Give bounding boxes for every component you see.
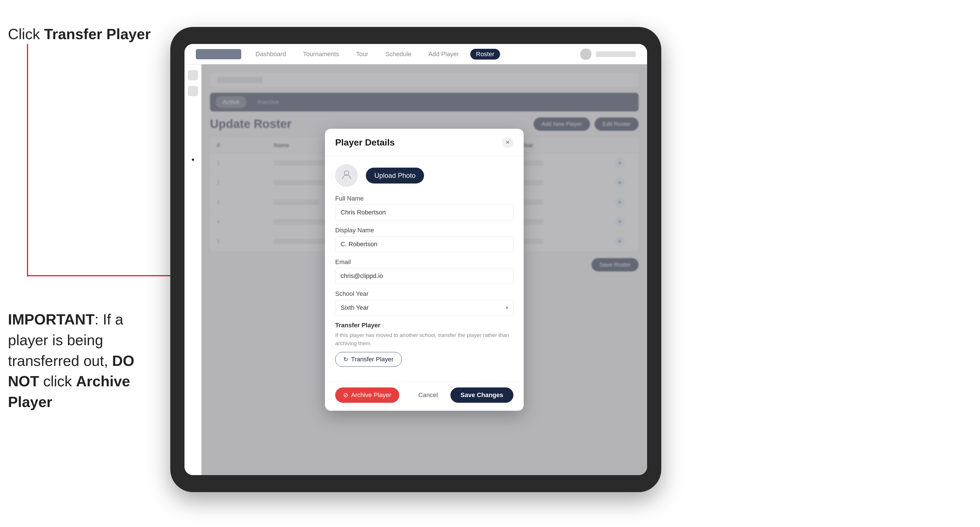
archive-btn-label: Archive Player xyxy=(351,391,391,399)
transfer-player-button[interactable]: ↻ Transfer Player xyxy=(335,352,402,367)
tablet-screen: Dashboard Tournaments Tour Schedule Add … xyxy=(185,44,647,475)
avatar-circle xyxy=(335,164,358,187)
header-user-name xyxy=(596,51,636,57)
display-name-label: Display Name xyxy=(335,227,514,234)
nav-tournaments[interactable]: Tournaments xyxy=(298,49,345,60)
nav-roster[interactable]: Roster xyxy=(470,49,500,60)
full-name-group: Full Name xyxy=(335,195,514,221)
app-header: Dashboard Tournaments Tour Schedule Add … xyxy=(185,44,647,64)
full-name-label: Full Name xyxy=(335,195,514,202)
school-year-label: School Year xyxy=(335,290,514,298)
sidebar-icon-2 xyxy=(188,86,198,96)
school-year-group: School Year First Year Second Year Third… xyxy=(335,290,514,316)
app-logo xyxy=(196,49,241,59)
transfer-section-title: Transfer Player xyxy=(335,322,514,329)
display-name-group: Display Name xyxy=(335,227,514,252)
email-label: Email xyxy=(335,259,514,266)
player-details-modal: Player Details × xyxy=(325,129,523,411)
modal-title: Player Details xyxy=(335,137,395,148)
display-name-input[interactable] xyxy=(335,236,514,252)
nav-tour[interactable]: Tour xyxy=(350,49,374,60)
modal-header: Player Details × xyxy=(325,129,523,156)
full-name-input[interactable] xyxy=(335,205,514,221)
modal-close-button[interactable]: × xyxy=(502,137,514,148)
upload-photo-button[interactable]: Upload Photo xyxy=(366,168,424,184)
svg-point-0 xyxy=(344,171,349,175)
photo-upload-row: Upload Photo xyxy=(335,164,514,187)
transfer-icon: ↻ xyxy=(344,356,348,363)
sidebar xyxy=(185,64,202,475)
email-input[interactable] xyxy=(335,268,514,284)
nav-items: Dashboard Tournaments Tour Schedule Add … xyxy=(250,49,571,60)
modal-overlay: Player Details × xyxy=(202,64,647,475)
close-icon: × xyxy=(506,139,510,146)
school-year-select-wrapper: First Year Second Year Third Year Fourth… xyxy=(335,300,514,316)
instruction-top-prefix: Click xyxy=(8,26,44,42)
cancel-button[interactable]: Cancel xyxy=(410,387,445,403)
school-year-select[interactable]: First Year Second Year Third Year Fourth… xyxy=(335,300,514,316)
content-area: Active Inactive Update Roster Add New Pl… xyxy=(185,64,647,475)
annotation-line-vertical xyxy=(27,44,28,276)
sidebar-dot xyxy=(192,159,194,161)
transfer-section-description: If this player has moved to another scho… xyxy=(335,331,514,348)
footer-right-buttons: Cancel Save Changes xyxy=(410,387,514,403)
nav-schedule[interactable]: Schedule xyxy=(380,49,417,60)
header-right xyxy=(580,49,636,60)
save-changes-button[interactable]: Save Changes xyxy=(450,387,514,403)
email-group: Email xyxy=(335,259,514,284)
modal-body: Upload Photo Full Name Display Name xyxy=(325,156,523,381)
avatar-icon xyxy=(341,169,352,183)
transfer-player-section: Transfer Player If this player has moved… xyxy=(335,322,514,367)
archive-icon: ⊘ xyxy=(343,391,348,399)
main-content: Active Inactive Update Roster Add New Pl… xyxy=(202,64,647,475)
instruction-bottom: IMPORTANT: If a player is being transfer… xyxy=(8,309,167,413)
instruction-important: IMPORTANT xyxy=(8,311,94,328)
nav-add-player[interactable]: Add Player xyxy=(423,49,465,60)
instruction-top: Click Transfer Player xyxy=(8,25,151,43)
tablet-device: Dashboard Tournaments Tour Schedule Add … xyxy=(170,27,661,492)
sidebar-icon-1 xyxy=(188,70,198,80)
instruction-top-bold: Transfer Player xyxy=(44,26,151,42)
nav-dashboard[interactable]: Dashboard xyxy=(250,49,292,60)
archive-player-button[interactable]: ⊘ Archive Player xyxy=(335,387,399,403)
header-avatar xyxy=(580,49,592,60)
modal-footer: ⊘ Archive Player Cancel Save Changes xyxy=(325,381,523,411)
transfer-btn-label: Transfer Player xyxy=(351,356,394,363)
